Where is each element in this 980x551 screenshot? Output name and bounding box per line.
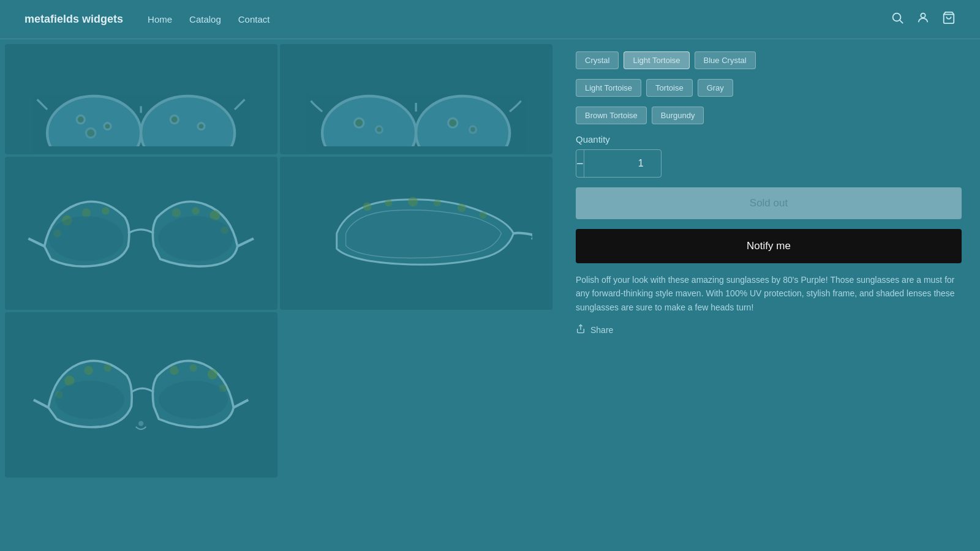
svg-point-29: [49, 216, 124, 261]
svg-point-45: [208, 369, 218, 380]
svg-point-15: [355, 118, 364, 127]
svg-point-25: [172, 208, 181, 217]
header-left: metafields widgets Home Catalog Contact: [24, 13, 270, 26]
variant-burgundy[interactable]: Burgundy: [652, 107, 704, 124]
gallery-image-2: [280, 44, 552, 154]
share-label: Share: [590, 325, 613, 335]
gallery-image-4: [280, 157, 552, 310]
search-icon[interactable]: [891, 11, 904, 28]
svg-point-17: [448, 118, 458, 127]
svg-point-8: [104, 122, 111, 129]
variant-gray[interactable]: Gray: [698, 79, 733, 97]
svg-point-26: [192, 207, 200, 215]
gallery-image-1: [5, 44, 277, 154]
svg-point-48: [159, 381, 228, 419]
nav-home[interactable]: Home: [148, 14, 172, 24]
nav-catalog[interactable]: Catalog: [189, 14, 221, 24]
quantity-decrease-button[interactable]: −: [576, 150, 584, 177]
svg-point-12: [323, 96, 417, 146]
svg-point-10: [171, 115, 179, 123]
svg-point-30: [159, 216, 233, 261]
variant-light-tortoise[interactable]: Light Tortoise: [624, 51, 689, 69]
svg-line-37: [34, 400, 48, 408]
svg-line-20: [238, 238, 254, 246]
svg-point-34: [434, 199, 441, 206]
svg-point-18: [470, 126, 477, 133]
product-sidebar: Crystal Light Tortoise Blue Crystal Ligh…: [557, 39, 980, 551]
variant-row-2: Light Tortoise Tortoise Gray: [576, 79, 962, 97]
quantity-section: Quantity − +: [576, 134, 962, 178]
share-icon: [576, 324, 586, 336]
svg-point-4: [48, 96, 141, 146]
notify-me-button[interactable]: Notify me: [576, 229, 962, 263]
svg-point-43: [170, 366, 179, 375]
variant-row-3: Brown Tortoise Burgundy: [576, 107, 962, 124]
svg-point-9: [86, 128, 96, 137]
gallery-image-3: [5, 157, 277, 310]
variant-brown-tortoise[interactable]: Brown Tortoise: [576, 107, 647, 124]
quantity-control: − +: [576, 149, 662, 178]
login-icon[interactable]: [916, 11, 930, 28]
svg-line-19: [29, 238, 45, 246]
brand-name: metafields widgets: [24, 13, 123, 26]
variant-row-1: Crystal Light Tortoise Blue Crystal: [576, 51, 962, 69]
site-header: metafields widgets Home Catalog Contact: [0, 0, 980, 39]
svg-point-41: [104, 364, 112, 372]
svg-point-32: [385, 199, 393, 206]
svg-point-47: [56, 381, 125, 419]
svg-point-7: [77, 115, 85, 123]
cart-icon[interactable]: [942, 11, 956, 28]
svg-point-22: [82, 208, 91, 217]
product-description: Polish off your look with these amazing …: [576, 273, 962, 314]
svg-point-11: [198, 122, 205, 129]
quantity-input[interactable]: [584, 150, 662, 177]
svg-point-35: [458, 203, 466, 212]
svg-point-31: [363, 202, 372, 211]
svg-point-16: [376, 126, 383, 133]
svg-point-5: [141, 96, 235, 146]
svg-point-33: [409, 197, 418, 206]
gallery-image-5: [5, 312, 277, 478]
variant-crystal[interactable]: Crystal: [576, 51, 619, 69]
svg-point-23: [102, 207, 110, 215]
nav-contact[interactable]: Contact: [238, 14, 270, 24]
sold-out-button: Sold out: [576, 187, 962, 219]
svg-point-2: [921, 13, 925, 18]
share-section[interactable]: Share: [576, 324, 962, 336]
quantity-label: Quantity: [576, 134, 962, 144]
svg-point-36: [480, 211, 487, 219]
svg-point-44: [190, 364, 198, 372]
variant-tortoise[interactable]: Tortoise: [646, 79, 693, 97]
svg-line-38: [234, 400, 249, 408]
product-gallery: [0, 39, 557, 551]
header-icons: [891, 11, 956, 28]
svg-point-13: [417, 96, 510, 146]
svg-point-49: [138, 421, 143, 426]
variant-light-tortoise-2[interactable]: Light Tortoise: [576, 79, 641, 97]
svg-point-40: [85, 366, 94, 375]
main-content: Crystal Light Tortoise Blue Crystal Ligh…: [0, 39, 980, 551]
main-nav: Home Catalog Contact: [148, 14, 270, 24]
variant-blue-crystal[interactable]: Blue Crystal: [695, 51, 756, 69]
svg-line-1: [900, 20, 903, 23]
svg-point-0: [893, 13, 901, 21]
